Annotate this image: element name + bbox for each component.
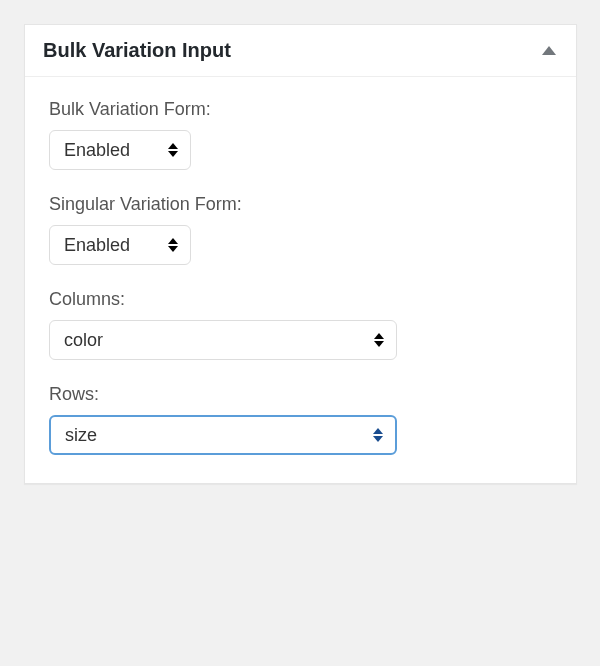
- columns-select[interactable]: color: [49, 320, 397, 360]
- metabox-body: Bulk Variation Form: Enabled Singular Va…: [25, 77, 576, 483]
- metabox-title: Bulk Variation Input: [43, 39, 231, 62]
- select-value: color: [50, 321, 396, 359]
- bulk-variation-form-select[interactable]: Enabled: [49, 130, 191, 170]
- metabox-header[interactable]: Bulk Variation Input: [25, 25, 576, 77]
- columns-label: Columns:: [49, 289, 552, 310]
- bulk-variation-form-label: Bulk Variation Form:: [49, 99, 552, 120]
- select-arrows-icon: [168, 238, 178, 252]
- collapse-toggle-icon[interactable]: [542, 46, 556, 55]
- rows-field: Rows: size: [49, 384, 552, 455]
- rows-select[interactable]: size: [49, 415, 397, 455]
- select-value: size: [51, 417, 395, 453]
- columns-field: Columns: color: [49, 289, 552, 360]
- singular-variation-form-select[interactable]: Enabled: [49, 225, 191, 265]
- bulk-variation-form-field: Bulk Variation Form: Enabled: [49, 99, 552, 170]
- rows-label: Rows:: [49, 384, 552, 405]
- singular-variation-form-field: Singular Variation Form: Enabled: [49, 194, 552, 265]
- bulk-variation-input-metabox: Bulk Variation Input Bulk Variation Form…: [24, 24, 577, 484]
- select-arrows-icon: [373, 428, 383, 442]
- select-arrows-icon: [374, 333, 384, 347]
- select-arrows-icon: [168, 143, 178, 157]
- singular-variation-form-label: Singular Variation Form:: [49, 194, 552, 215]
